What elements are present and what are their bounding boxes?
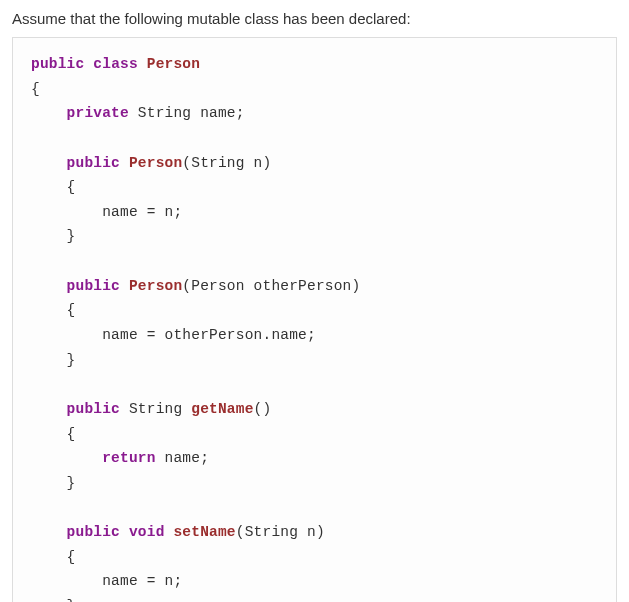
sp xyxy=(182,401,191,417)
sp xyxy=(245,278,254,294)
eq: = xyxy=(138,327,165,343)
kw-public: public xyxy=(67,278,120,294)
id-other: otherPerson xyxy=(165,327,263,343)
brace-close: } xyxy=(67,228,76,244)
kw-public: public xyxy=(67,524,120,540)
parens: () xyxy=(254,401,272,417)
line: } xyxy=(31,475,76,491)
brace-open: { xyxy=(31,81,40,97)
line: { xyxy=(31,426,76,442)
line: name = n; xyxy=(31,573,182,589)
semi: ; xyxy=(173,204,182,220)
cparen: ) xyxy=(316,524,325,540)
cparen: ) xyxy=(263,155,272,171)
sp xyxy=(298,524,307,540)
id-name: name xyxy=(102,573,138,589)
brace-open: { xyxy=(67,426,76,442)
type-string: String xyxy=(129,401,182,417)
line: { xyxy=(31,179,76,195)
line: public class Person xyxy=(31,56,200,72)
cparen: ) xyxy=(352,278,361,294)
sp xyxy=(120,155,129,171)
id-name: name xyxy=(102,327,138,343)
type-string: String xyxy=(138,105,191,121)
line: { xyxy=(31,549,76,565)
intro-text: Assume that the following mutable class … xyxy=(12,10,617,27)
id-n: n xyxy=(254,155,263,171)
type-string: String xyxy=(191,155,244,171)
line: } xyxy=(31,352,76,368)
line: public String getName() xyxy=(31,401,271,417)
brace-close: } xyxy=(67,352,76,368)
sp xyxy=(129,105,138,121)
semi: ; xyxy=(307,327,316,343)
class-name: Person xyxy=(147,56,200,72)
line: private String name; xyxy=(31,105,245,121)
line: public void setName(String n) xyxy=(31,524,325,540)
sp xyxy=(120,278,129,294)
sp xyxy=(120,524,129,540)
line: { xyxy=(31,302,76,318)
line: name = otherPerson.name; xyxy=(31,327,316,343)
ctor-name: Person xyxy=(129,155,182,171)
sp xyxy=(84,56,93,72)
brace-open: { xyxy=(67,302,76,318)
semi: ; xyxy=(200,450,209,466)
line: name = n; xyxy=(31,204,182,220)
oparen: ( xyxy=(236,524,245,540)
line: } xyxy=(31,228,76,244)
kw-return: return xyxy=(102,450,155,466)
type-string: String xyxy=(245,524,298,540)
id-name: name xyxy=(102,204,138,220)
eq: = xyxy=(138,573,165,589)
id-name: name xyxy=(271,327,307,343)
ctor-name: Person xyxy=(129,278,182,294)
sp xyxy=(156,450,165,466)
semi: ; xyxy=(236,105,245,121)
kw-void: void xyxy=(129,524,165,540)
sp xyxy=(138,56,147,72)
line: } xyxy=(31,598,76,602)
brace-open: { xyxy=(67,179,76,195)
kw-public: public xyxy=(67,155,120,171)
eq: = xyxy=(138,204,165,220)
kw-public: public xyxy=(31,56,84,72)
type-person: Person xyxy=(191,278,244,294)
oparen: ( xyxy=(182,155,191,171)
id-name: name xyxy=(165,450,201,466)
method-setname: setName xyxy=(173,524,235,540)
brace-close: } xyxy=(67,475,76,491)
oparen: ( xyxy=(182,278,191,294)
sp xyxy=(245,155,254,171)
line: public Person(Person otherPerson) xyxy=(31,278,360,294)
kw-public: public xyxy=(67,401,120,417)
method-getname: getName xyxy=(191,401,253,417)
code-block: public class Person { private String nam… xyxy=(12,37,617,602)
kw-class: class xyxy=(93,56,138,72)
line: return name; xyxy=(31,450,209,466)
kw-private: private xyxy=(67,105,129,121)
brace-close: } xyxy=(67,598,76,602)
id-name: name xyxy=(200,105,236,121)
semi: ; xyxy=(173,573,182,589)
line: public Person(String n) xyxy=(31,155,271,171)
id-other: otherPerson xyxy=(254,278,352,294)
sp xyxy=(191,105,200,121)
id-n: n xyxy=(307,524,316,540)
sp xyxy=(120,401,129,417)
brace-open: { xyxy=(67,549,76,565)
